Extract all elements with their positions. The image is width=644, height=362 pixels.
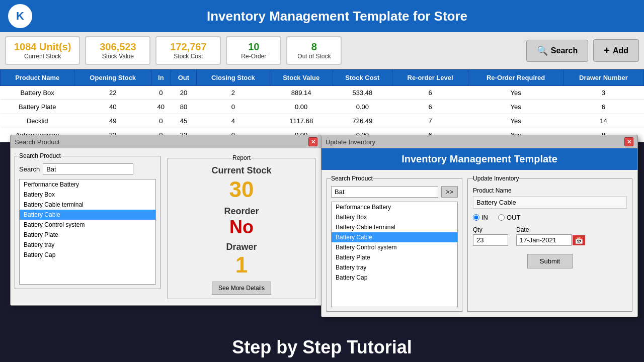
col-stock-cost: Stock Cost <box>333 70 392 86</box>
report-current-stock-title: Current Stock <box>172 165 311 176</box>
submit-button[interactable]: Submit <box>527 254 573 268</box>
col-opening-stock: Opening Stock <box>74 70 151 86</box>
table-cell: 533.48 <box>333 86 392 100</box>
add-button[interactable]: + Add <box>593 39 639 62</box>
calendar-icon[interactable]: 📅 <box>573 235 585 245</box>
stat-reorder: 10 Re-Order <box>226 36 281 65</box>
col-in: In <box>151 70 171 86</box>
table-cell: 6 <box>392 100 468 114</box>
table-cell: 0 <box>151 86 171 100</box>
radio-in[interactable] <box>473 214 479 221</box>
qty-label: Qty <box>473 226 508 233</box>
search-list-item[interactable]: Performance Battery <box>20 179 155 190</box>
search-results-list: Performance BatteryBattery BoxBattery Ca… <box>19 179 156 285</box>
table-cell: 40 <box>151 100 171 114</box>
page-title: Inventory Management Template for Store <box>38 9 636 24</box>
report-reorder-value: No <box>172 217 311 238</box>
out-of-stock-value: 8 <box>295 41 333 53</box>
report-current-stock-value: 30 <box>172 177 311 202</box>
stock-cost-label: Stock Cost <box>165 53 212 60</box>
table-cell: 49 <box>74 114 151 128</box>
stock-value-value: 306,523 <box>94 41 141 53</box>
col-product-name: Product Name <box>1 70 74 86</box>
current-stock-value: 1084 Unit(s) <box>14 41 71 53</box>
table-cell: 7 <box>392 114 468 128</box>
search-list-item[interactable]: Battery Cable terminal <box>20 200 155 210</box>
col-closing-stock: Closing Stock <box>197 70 270 86</box>
table-cell: 20 <box>171 86 197 100</box>
date-input[interactable] <box>516 234 572 246</box>
table-cell: 0.00 <box>333 100 392 114</box>
search-label: Search <box>19 165 40 173</box>
update-inventory-panel: Update Inventory Product Name IN OUT Qt <box>467 175 632 312</box>
app-header: K Inventory Management Template for Stor… <box>0 0 644 32</box>
search-list-item[interactable]: Battery tray <box>20 240 155 250</box>
table-cell: Decklid <box>1 114 74 128</box>
update-dialog-close[interactable]: ✕ <box>624 137 633 146</box>
out-of-stock-label: Out of Stock <box>295 53 333 60</box>
table-cell: Yes <box>468 86 563 100</box>
update-arrow-button[interactable]: >> <box>441 186 458 198</box>
table-cell: Battery Box <box>1 86 74 100</box>
product-name-input[interactable] <box>473 196 627 209</box>
update-search-list: Performance BatteryBattery BoxBattery Ca… <box>331 202 458 307</box>
table-cell: 0.00 <box>270 100 333 114</box>
search-list-item[interactable]: Battery Control system <box>20 220 155 230</box>
current-stock-label: Current Stock <box>14 53 71 60</box>
search-product-dialog: Search Product ✕ Search Product Search P… <box>10 135 322 306</box>
radio-in-label[interactable]: IN <box>473 214 488 221</box>
search-list-item[interactable]: Battery Box <box>20 190 155 200</box>
update-search-panel: Search Product >> Performance BatteryBat… <box>327 175 462 312</box>
search-input[interactable] <box>43 163 133 175</box>
update-list-item[interactable]: Battery Cap <box>332 273 457 283</box>
update-search-input[interactable] <box>331 186 438 198</box>
report-panel: Report Current Stock 30 Reorder No Drawe… <box>166 152 317 301</box>
update-dialog-title: Update Inventory <box>326 138 375 146</box>
stat-out-of-stock: 8 Out of Stock <box>286 36 342 65</box>
product-name-label: Product Name <box>473 187 627 194</box>
date-group: Date 📅 <box>516 226 585 246</box>
update-list-item[interactable]: Performance Battery <box>332 202 457 212</box>
table-cell: 6 <box>392 86 468 100</box>
search-icon: 🔍 <box>537 45 548 56</box>
table-cell: 80 <box>171 100 197 114</box>
radio-group: IN OUT <box>473 214 627 221</box>
qty-input[interactable] <box>473 234 508 246</box>
update-list-item[interactable]: Battery Plate <box>332 252 457 262</box>
col-stock-value: Stock Value <box>270 70 333 86</box>
table-cell: 40 <box>74 100 151 114</box>
table-cell: Yes <box>468 114 563 128</box>
search-list-item[interactable]: Battery Cable <box>20 210 155 220</box>
update-list-item[interactable]: Battery Cable terminal <box>332 222 457 232</box>
table-cell: 1117.68 <box>270 114 333 128</box>
update-search-legend: Search Product <box>331 175 373 182</box>
see-more-button[interactable]: See More Details <box>212 282 271 295</box>
table-cell: 726.49 <box>333 114 392 128</box>
inventory-table: Product Name Opening Stock In Out Closin… <box>0 69 644 142</box>
table-cell: 22 <box>74 86 151 100</box>
search-list-item[interactable]: Battery Cap <box>20 250 155 260</box>
search-list-item[interactable]: Battery Plate <box>20 230 155 240</box>
update-dialog-body: Search Product >> Performance BatteryBat… <box>321 170 637 317</box>
search-dialog-body: Search Product Search Performance Batter… <box>11 148 321 305</box>
search-dialog-close[interactable]: ✕ <box>308 137 317 146</box>
update-list-item[interactable]: Battery tray <box>332 262 457 273</box>
update-list-item[interactable]: Battery Box <box>332 212 457 222</box>
table-row: Decklid4904541117.68726.497Yes14 <box>1 114 644 128</box>
search-dialog-title: Search Product <box>15 138 60 146</box>
update-dialog-titlebar: Update Inventory ✕ <box>321 135 637 148</box>
table-cell: 2 <box>197 86 270 100</box>
update-list-item[interactable]: Battery Cable <box>332 232 457 242</box>
search-button[interactable]: 🔍 Search <box>526 40 588 62</box>
search-fieldset-legend: Search Product <box>19 152 61 159</box>
report-drawer-label: Drawer <box>172 242 311 252</box>
update-list-item[interactable]: Battery Control system <box>332 242 457 252</box>
table-cell: 6 <box>563 100 643 114</box>
table-cell: 889.14 <box>270 86 333 100</box>
update-dialog-header: Inventory Management Template <box>321 148 637 170</box>
radio-out[interactable] <box>498 214 505 221</box>
table-cell: 14 <box>563 114 643 128</box>
radio-out-label[interactable]: OUT <box>498 214 520 221</box>
col-drawer-number: Drawer Number <box>563 70 643 86</box>
table-cell: 0 <box>197 100 270 114</box>
